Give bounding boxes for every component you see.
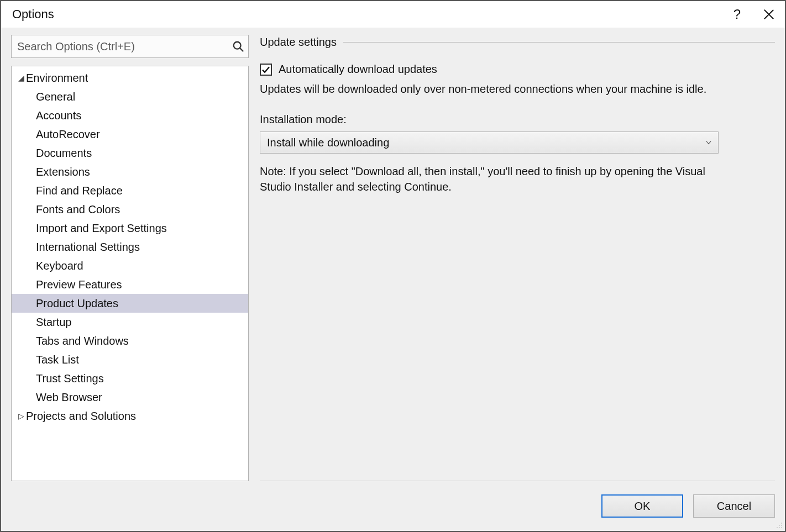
cancel-button[interactable]: Cancel	[693, 494, 775, 518]
install-mode-label: Installation mode:	[260, 113, 775, 126]
tree-item[interactable]: AutoRecover	[12, 125, 248, 144]
tree-item[interactable]: Task List	[12, 350, 248, 369]
svg-point-7	[777, 527, 778, 528]
install-mode-note: Note: If you select "Download all, then …	[260, 164, 719, 194]
chevron-down-icon	[705, 139, 712, 146]
svg-point-6	[781, 525, 782, 526]
auto-download-help: Updates will be downloaded only over non…	[260, 81, 713, 97]
svg-point-9	[781, 527, 782, 528]
section-header: Update settings	[260, 36, 775, 49]
tree-item[interactable]: Startup	[12, 313, 248, 331]
install-mode-select[interactable]: Install while downloading	[260, 131, 719, 154]
svg-line-3	[240, 48, 243, 51]
tree-item[interactable]: Tabs and Windows	[12, 331, 248, 350]
tree-item[interactable]: Web Browser	[12, 388, 248, 407]
title-bar: Options ?	[1, 1, 785, 28]
help-button[interactable]: ?	[733, 7, 741, 22]
check-icon	[261, 65, 270, 74]
tree-category-environment[interactable]: ◢ Environment	[12, 69, 248, 87]
close-button[interactable]	[763, 8, 775, 20]
svg-point-2	[234, 42, 241, 49]
options-tree: ◢ Environment General Accounts AutoRecov…	[11, 66, 249, 481]
tree-item[interactable]: Trust Settings	[12, 369, 248, 388]
tree-item[interactable]: Preview Features	[12, 275, 248, 294]
tree-category-projects[interactable]: ▷ Projects and Solutions	[12, 407, 248, 425]
tree-item[interactable]: Extensions	[12, 162, 248, 181]
install-mode-selected: Install while downloading	[267, 136, 389, 149]
auto-download-checkbox[interactable]	[260, 64, 272, 76]
search-icon	[232, 40, 244, 52]
search-input[interactable]	[11, 35, 249, 58]
tree-category-label: Projects and Solutions	[26, 408, 136, 424]
tree-item[interactable]: Import and Export Settings	[12, 219, 248, 238]
tree-item-selected[interactable]: Product Updates	[12, 294, 248, 313]
svg-point-4	[781, 523, 782, 524]
search-wrapper	[11, 35, 249, 58]
tree-item[interactable]: Find and Replace	[12, 181, 248, 200]
section-rule	[343, 42, 775, 43]
window-title: Options	[12, 7, 54, 22]
tree-item[interactable]: Fonts and Colors	[12, 200, 248, 219]
section-title: Update settings	[260, 36, 337, 49]
expander-collapse-icon: ◢	[16, 70, 26, 86]
svg-point-5	[779, 525, 780, 526]
tree-item[interactable]: Accounts	[12, 106, 248, 125]
tree-item[interactable]: International Settings	[12, 238, 248, 256]
auto-download-label: Automatically download updates	[279, 63, 437, 76]
ok-button[interactable]: OK	[601, 494, 683, 518]
options-tree-scroll[interactable]: ◢ Environment General Accounts AutoRecov…	[12, 66, 248, 481]
dialog-footer: OK Cancel	[1, 481, 785, 531]
close-icon	[763, 8, 775, 20]
svg-point-8	[779, 527, 780, 528]
resize-grip-icon[interactable]	[774, 520, 783, 529]
tree-item[interactable]: Documents	[12, 144, 248, 162]
tree-item[interactable]: Keyboard	[12, 256, 248, 275]
tree-category-label: Environment	[26, 70, 88, 86]
tree-item[interactable]: General	[12, 87, 248, 106]
expander-expand-icon: ▷	[16, 408, 26, 424]
